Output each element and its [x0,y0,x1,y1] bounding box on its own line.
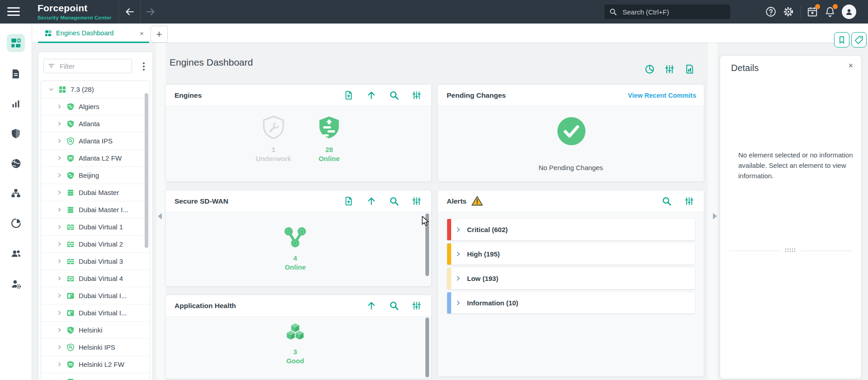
chevron-right-icon[interactable] [57,224,62,230]
help-button[interactable] [765,6,777,18]
tree-item-partial[interactable] [41,373,150,380]
tree-item[interactable]: Dubai Virtual 2 [41,236,150,253]
nav-security[interactable] [7,124,25,142]
card-scrollbar[interactable] [425,214,429,276]
alert-row-high[interactable]: High (195) [447,243,695,265]
chevron-right-icon[interactable] [57,293,62,299]
tree-item[interactable]: Dubai Virtual I... [41,304,150,322]
app-health-good-stat[interactable]: 3 Good [267,321,323,365]
nav-users[interactable] [7,244,25,262]
chevron-right-icon[interactable] [57,276,62,281]
chevron-right-icon[interactable] [455,275,462,282]
nav-monitoring[interactable] [7,214,25,232]
new-tab-button[interactable]: + [151,26,168,43]
arrow-up-icon[interactable] [366,90,377,100]
collapse-left-arrow[interactable] [158,213,162,219]
chevron-right-icon[interactable] [57,190,62,195]
chevron-right-icon[interactable] [455,226,462,233]
nav-topology[interactable] [7,184,25,202]
sliders-icon[interactable] [411,300,422,311]
chevron-right-icon[interactable] [57,241,62,247]
engines-underwork-stat[interactable]: 1 Underwork [245,115,302,162]
tree-filter[interactable] [43,59,132,73]
tag-button[interactable] [851,32,867,48]
chevron-right-icon[interactable] [57,155,62,161]
hamburger-menu-button[interactable] [7,7,20,16]
alert-row-information[interactable]: Information (10) [447,292,695,314]
nav-dashboards[interactable] [7,34,25,52]
tree-root-row[interactable]: 7.3 (28) [41,81,150,98]
sliders-icon[interactable] [664,64,675,75]
nav-network[interactable] [7,154,25,172]
tree-item[interactable]: Dubai Virtual 1 [41,218,150,236]
chevron-down-icon[interactable] [48,86,54,92]
pie-chart-icon[interactable] [644,64,655,75]
chevron-right-icon[interactable] [57,207,62,213]
left-icon-rail [0,24,32,380]
chevron-right-icon[interactable] [57,310,62,316]
sliders-icon[interactable] [684,196,694,206]
details-resize-handle[interactable] [729,248,852,253]
sdwan-online-stat[interactable]: 4 Online [267,225,323,271]
notifications-button[interactable] [824,6,836,18]
close-icon[interactable]: × [848,61,853,71]
tree-item[interactable]: Helsinki L2 FW [41,356,150,373]
nav-administration[interactable] [7,275,25,293]
arrow-up-icon[interactable] [366,196,377,206]
tree-item[interactable]: Algiers [41,98,150,115]
nav-statistics[interactable] [7,95,25,113]
chevron-right-icon[interactable] [57,258,62,264]
back-button[interactable] [124,6,135,17]
export-report-icon[interactable] [684,64,695,75]
chevron-right-icon[interactable] [57,327,62,333]
chevron-right-icon[interactable] [57,121,62,127]
chevron-right-icon[interactable] [57,104,62,109]
forward-button[interactable] [145,6,156,17]
alert-row-critical[interactable]: Critical (602) [447,219,695,240]
tree-item[interactable]: Dubai Master [41,184,150,201]
engines-online-stat[interactable]: 28 Online [301,115,357,162]
alert-row-low[interactable]: Low (193) [447,268,695,289]
tree-item[interactable]: Atlanta IPS [41,133,150,150]
arrow-up-icon[interactable] [366,300,377,311]
user-avatar[interactable] [842,5,856,19]
search-icon[interactable] [389,196,399,206]
tree-item[interactable]: Helsinki IPS [41,339,150,356]
tree-menu-button[interactable] [140,62,148,71]
global-search[interactable] [604,5,730,19]
tree-item[interactable]: Helsinki [41,322,150,339]
sliders-icon[interactable] [411,90,422,100]
tree-item[interactable]: Atlanta L2 FW [41,150,150,167]
chevron-right-icon[interactable] [57,138,62,144]
chevron-right-icon[interactable] [57,172,62,178]
search-input[interactable] [622,8,726,16]
collapse-right-arrow[interactable] [713,213,717,219]
chevron-right-icon[interactable] [57,361,62,367]
tree-item[interactable]: Dubai Virtual 3 [41,253,150,270]
search-icon[interactable] [389,300,399,311]
tree-item[interactable]: Beijing [41,167,150,184]
events-button[interactable] [807,6,818,18]
tree-filter-input[interactable] [59,62,128,71]
nav-reports[interactable] [7,65,25,83]
tree-item[interactable]: Dubai Virtual I... [41,287,150,304]
chevron-right-icon[interactable] [455,299,462,306]
tree-item[interactable]: Atlanta [41,115,150,133]
settings-button[interactable] [783,6,794,18]
tree-item[interactable]: Dubai Virtual 4 [41,270,150,287]
tab-engines-dashboard[interactable]: Engines Dashboard × [38,24,149,43]
bookmark-button[interactable] [834,32,849,48]
view-recent-commits-link[interactable]: View Recent Commits [628,92,704,99]
tab-close-icon[interactable]: × [140,29,144,37]
search-icon[interactable] [661,196,672,206]
sliders-icon[interactable] [411,196,422,206]
engine-shield-icon [66,171,75,180]
tree-scrollbar[interactable] [145,93,148,248]
report-icon[interactable] [344,90,354,100]
search-icon[interactable] [389,90,399,100]
tree-item[interactable]: Dubai Master I... [41,201,150,218]
chevron-right-icon[interactable] [57,344,62,350]
card-scrollbar[interactable] [425,318,429,377]
report-icon[interactable] [344,196,354,206]
chevron-right-icon[interactable] [455,251,462,257]
